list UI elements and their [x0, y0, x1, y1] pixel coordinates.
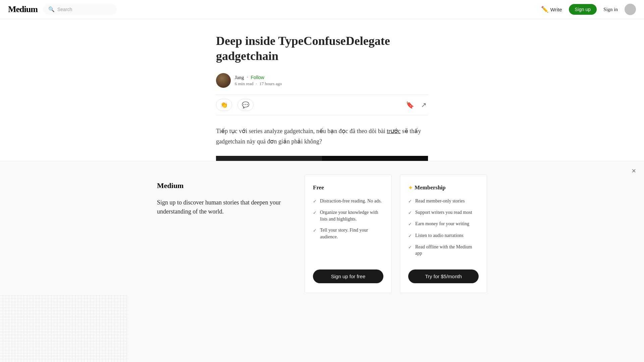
membership-plan-title: ✦ Membership [408, 184, 479, 191]
check-icon-3: ✓ [313, 228, 317, 234]
check-icon-m4: ✓ [408, 233, 412, 239]
clap-button[interactable]: 👏 [216, 99, 232, 111]
member-feature-2: ✓ Support writers you read most [408, 209, 479, 216]
time-ago: 17 hours ago [259, 81, 282, 86]
comment-icon: 💬 [242, 101, 249, 109]
free-feature-1-text: Distraction-free reading. No ads. [320, 198, 382, 204]
member-feature-3: ✓ Earn money for your writing [408, 221, 479, 227]
member-feature-3-text: Earn money for your writing [415, 221, 469, 227]
action-right: 🔖 ↗ [405, 100, 428, 110]
check-icon-m2: ✓ [408, 210, 412, 216]
medium-logo[interactable]: Medium [8, 4, 38, 14]
clap-icon: 👏 [220, 101, 228, 109]
dot-separator: · [247, 74, 248, 80]
check-icon-2: ✓ [313, 210, 317, 216]
article-body: Tiếp tục với series analyze gadgetchain,… [216, 126, 428, 146]
author-info: Jang · Follow 6 min read · 17 hours ago [235, 74, 282, 86]
member-feature-5-text: Read offline with the Medium app [415, 244, 479, 257]
check-icon-m5: ✓ [408, 244, 412, 250]
write-button[interactable]: ✏️ Write [541, 6, 562, 13]
navbar: Medium 🔍 ✏️ Write Sign up Sign in [0, 0, 644, 19]
modal-logo: Medium [157, 181, 284, 190]
check-icon-m3: ✓ [408, 221, 412, 227]
read-time: 6 min read [235, 81, 254, 86]
check-icon-m1: ✓ [408, 198, 412, 204]
membership-plan-title-label: Membership [415, 184, 446, 191]
write-icon: ✏️ [541, 6, 548, 13]
free-feature-3: ✓ Tell your story. Find your audience. [313, 227, 383, 240]
avatar[interactable] [625, 4, 636, 15]
membership-star-icon: ✦ [408, 185, 413, 191]
free-plan-title-label: Free [313, 184, 324, 191]
free-feature-1: ✓ Distraction-free reading. No ads. [313, 198, 383, 204]
navbar-right: ✏️ Write Sign up Sign in [541, 4, 636, 15]
membership-plan-card: ✦ Membership ✓ Read member-only stories … [400, 175, 487, 260]
modal-tagline: Sign up to discover human stories that d… [157, 198, 284, 216]
member-feature-5: ✓ Read offline with the Medium app [408, 244, 479, 257]
save-button[interactable]: 🔖 [405, 100, 416, 110]
free-plan-title: Free [313, 184, 383, 191]
search-input[interactable] [57, 7, 111, 12]
share-button[interactable]: ↗ [420, 100, 428, 110]
search-icon: 🔍 [48, 6, 55, 12]
modal-left: Medium Sign up to discover human stories… [157, 175, 284, 216]
author-name-row: Jang · Follow [235, 74, 282, 80]
free-plan-card: Free ✓ Distraction-free reading. No ads.… [305, 175, 392, 260]
signin-link[interactable]: Sign in [603, 7, 618, 12]
article-title: Deep inside TypeConfuseDelegate gadgetch… [216, 34, 428, 64]
member-feature-4-text: Listen to audio narrations [415, 232, 463, 239]
search-bar: 🔍 [43, 4, 117, 14]
article-link[interactable]: trước [387, 128, 400, 134]
free-feature-3-text: Tell your story. Find your audience. [320, 227, 383, 240]
follow-button[interactable]: Follow [251, 75, 264, 80]
action-bar: 👏 💬 🔖 ↗ [216, 95, 428, 115]
author-meta: 6 min read · 17 hours ago [235, 81, 282, 86]
author-avatar[interactable] [216, 73, 231, 88]
dot-sep: · [256, 81, 257, 86]
signup-button[interactable]: Sign up [569, 4, 597, 15]
free-feature-2: ✓ Organize your knowledge with lists and… [313, 209, 383, 222]
member-feature-1: ✓ Read member-only stories [408, 198, 479, 204]
member-feature-4: ✓ Listen to audio narrations [408, 232, 479, 239]
signup-modal: × Medium Sign up to discover human stori… [0, 161, 644, 260]
comment-button[interactable]: 💬 [237, 99, 254, 111]
action-left: 👏 💬 [216, 99, 254, 111]
write-label: Write [550, 7, 562, 12]
share-icon: ↗ [421, 101, 427, 109]
navbar-left: Medium 🔍 [8, 4, 117, 14]
membership-plan-features: ✓ Read member-only stories ✓ Support wri… [408, 198, 479, 260]
bookmark-icon: 🔖 [406, 101, 414, 109]
check-icon-1: ✓ [313, 198, 317, 204]
modal-plans: Free ✓ Distraction-free reading. No ads.… [305, 175, 487, 260]
member-feature-1-text: Read member-only stories [415, 198, 465, 204]
free-feature-2-text: Organize your knowledge with lists and h… [320, 209, 383, 222]
avatar-image [216, 73, 231, 88]
free-plan-features: ✓ Distraction-free reading. No ads. ✓ Or… [313, 198, 383, 260]
member-feature-2-text: Support writers you read most [415, 209, 472, 216]
author-row: Jang · Follow 6 min read · 17 hours ago [216, 73, 428, 88]
close-modal-button[interactable]: × [632, 167, 636, 175]
author-name: Jang [235, 75, 244, 80]
